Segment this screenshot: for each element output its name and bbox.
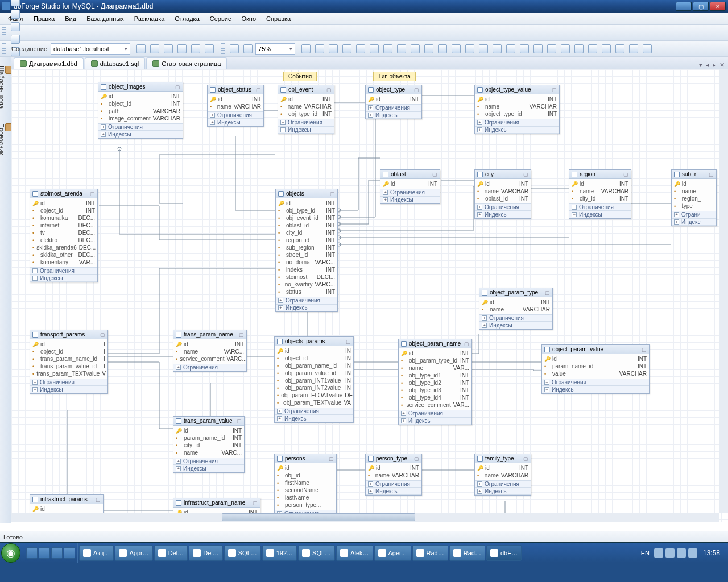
expand-icon[interactable]: + xyxy=(176,466,181,471)
expand-icon[interactable]: + xyxy=(277,409,282,414)
table-column[interactable]: •stoimostDECI... xyxy=(276,273,337,281)
table-header[interactable]: infrastruct_params▢ xyxy=(30,495,103,504)
task-button[interactable]: Rad… xyxy=(449,545,485,561)
table-section[interactable]: +Индексы xyxy=(98,131,183,138)
ql-btn[interactable] xyxy=(51,547,63,559)
start-button[interactable]: ◉ xyxy=(1,543,20,563)
table-column[interactable]: •indeksINT xyxy=(276,266,337,273)
collapse-icon[interactable]: ▢ xyxy=(256,87,261,93)
table-column[interactable]: 🔑idINT xyxy=(173,340,246,348)
expand-icon[interactable]: + xyxy=(32,387,38,392)
table-column[interactable]: 🔑idIN xyxy=(275,347,353,355)
collapse-icon[interactable]: ▢ xyxy=(329,456,334,462)
table-column[interactable]: •obj_type_id4INT xyxy=(399,394,471,401)
table-column[interactable]: •firstName xyxy=(275,479,336,487)
table-object_param_type[interactable]: object_param_type▢🔑idINT•nameVARCHAR+Огр… xyxy=(479,288,553,330)
table-column[interactable]: 🔑idINT xyxy=(366,95,421,103)
diagram-note[interactable]: События xyxy=(283,72,317,81)
collapse-icon[interactable]: ▢ xyxy=(239,332,244,338)
table-section[interactable]: +Индексы xyxy=(479,322,552,329)
table-column[interactable]: •obj_param_type_idINT xyxy=(399,357,471,364)
table-header[interactable]: infrastruct_param_name▢ xyxy=(173,498,260,508)
table-column[interactable]: 🔑idINT xyxy=(98,93,183,100)
table-section[interactable]: +Индексы xyxy=(276,304,337,311)
table-object_type[interactable]: object_type▢🔑idINT+Ограничения+Индексы xyxy=(365,85,422,119)
expand-icon[interactable]: + xyxy=(477,205,482,210)
tool-btn[interactable] xyxy=(559,43,572,55)
tool-btn[interactable] xyxy=(395,43,408,55)
table-section[interactable]: +Индексы xyxy=(208,119,263,126)
expand-icon[interactable]: + xyxy=(674,212,679,217)
table-header[interactable]: objects_params▢ xyxy=(275,337,353,346)
collapse-icon[interactable]: ▢ xyxy=(623,172,628,177)
menu-вид[interactable]: Вид xyxy=(60,14,81,23)
table-column[interactable]: •skidka_arenda6DEC... xyxy=(30,244,97,251)
table-section[interactable]: +Индексы xyxy=(380,196,440,203)
table-objects_params[interactable]: objects_params▢🔑idIN•object_idIN•obj_par… xyxy=(274,336,354,423)
collapse-icon[interactable]: ▢ xyxy=(90,191,95,197)
expand-icon[interactable]: + xyxy=(280,127,286,132)
tool-btn[interactable] xyxy=(382,43,394,55)
tool-btn[interactable] xyxy=(9,33,22,45)
menu-правка[interactable]: Правка xyxy=(29,14,59,23)
table-section[interactable]: +Индексы xyxy=(475,488,531,495)
expand-icon[interactable]: + xyxy=(210,120,215,125)
table-column[interactable]: 🔑id xyxy=(672,180,716,188)
tool-btn[interactable] xyxy=(586,43,599,55)
menu-раскладка[interactable]: Раскладка xyxy=(130,14,169,23)
table-column[interactable]: •nameVARCHAR xyxy=(208,103,263,110)
table-column[interactable]: •object_idINT xyxy=(30,207,97,214)
table-column[interactable]: •nameVARCHAR xyxy=(475,103,559,110)
table-header[interactable]: stoimost_arenda▢ xyxy=(30,189,97,198)
table-section[interactable]: +Ограничения xyxy=(380,189,440,196)
table-header[interactable]: object_images▢ xyxy=(98,82,183,92)
table-column[interactable]: 🔑idINT xyxy=(278,95,334,103)
tool-btn[interactable] xyxy=(477,43,490,55)
table-column[interactable]: •tvDEC... xyxy=(30,229,97,236)
table-column[interactable]: •nameVARCHAR xyxy=(475,472,531,479)
table-column[interactable]: •nameVARC... xyxy=(173,348,246,355)
table-column[interactable]: •oblast_idINT xyxy=(475,195,531,202)
table-column[interactable]: •secondName xyxy=(275,487,336,494)
table-column[interactable]: •person_type... xyxy=(275,501,336,509)
collapse-icon[interactable]: ▢ xyxy=(100,332,105,338)
task-button[interactable]: Del… xyxy=(154,545,188,561)
table-column[interactable]: •nameVARCHAR xyxy=(475,188,531,195)
table-column[interactable]: •object_idINT xyxy=(98,100,183,107)
tabs-next-icon[interactable]: ▸ xyxy=(712,61,717,69)
tool-btn[interactable] xyxy=(573,43,585,55)
table-column[interactable]: •oblast_idINT xyxy=(276,222,337,229)
expand-icon[interactable]: + xyxy=(383,190,388,195)
collapse-icon[interactable]: ▢ xyxy=(414,87,419,93)
tool-btn[interactable] xyxy=(464,43,476,55)
table-section[interactable]: +Ограничения xyxy=(208,111,263,119)
expand-icon[interactable]: + xyxy=(572,205,577,210)
tool-btn[interactable] xyxy=(545,43,558,55)
expand-icon[interactable]: + xyxy=(368,105,373,110)
table-section[interactable]: +Ограничения xyxy=(173,458,244,465)
tool-btn[interactable] xyxy=(504,43,517,55)
table-column[interactable]: •elektroDEC... xyxy=(30,236,97,244)
table-section[interactable]: +Ограничения xyxy=(275,408,353,415)
table-section[interactable]: +Индексы xyxy=(542,386,649,393)
expand-icon[interactable]: + xyxy=(32,276,38,281)
table-column[interactable]: 🔑idINT xyxy=(475,180,531,188)
table-column[interactable]: 🔑idINT xyxy=(173,427,244,434)
table-section[interactable]: +Ограничения xyxy=(30,267,97,275)
menu-база данных[interactable]: База данных xyxy=(82,14,129,23)
task-button[interactable]: Alek… xyxy=(336,545,373,561)
table-header[interactable]: region▢ xyxy=(569,170,631,179)
expand-icon[interactable]: + xyxy=(32,380,38,385)
table-section[interactable]: +Индексы xyxy=(30,386,107,393)
collapse-icon[interactable]: ▢ xyxy=(237,418,242,424)
table-oblast[interactable]: oblast▢🔑idINT+Ограничения+Индексы xyxy=(380,169,440,204)
doc-tab[interactable]: database1.sql xyxy=(85,57,146,69)
table-header[interactable]: trans_param_value▢ xyxy=(173,417,244,426)
table-column[interactable]: •region_ xyxy=(672,195,716,202)
table-column[interactable]: •internetDEC... xyxy=(30,222,97,229)
task-button[interactable]: Appr… xyxy=(115,545,152,561)
close-button[interactable]: ✕ xyxy=(710,2,726,11)
tool-btn[interactable] xyxy=(300,43,312,55)
expand-icon[interactable]: + xyxy=(101,132,106,137)
table-column[interactable]: •service_commentVAR... xyxy=(399,401,471,409)
